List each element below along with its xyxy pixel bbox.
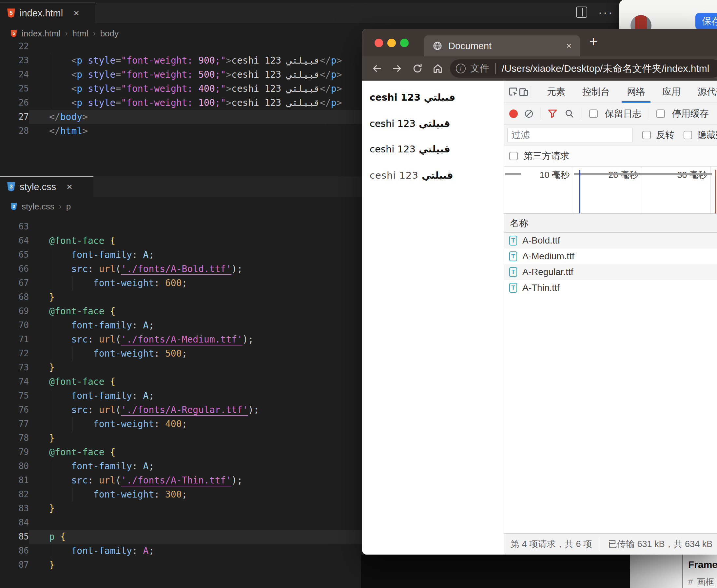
breadcrumb-style-css[interactable]: 3style.css›p [10,200,71,213]
network-timeline[interactable]: 30 毫秒20 毫秒10 毫秒 [504,167,717,214]
css3-file-icon: 3 [7,182,15,191]
devtools-tab-item[interactable]: 源代码 [689,81,717,103]
devtools-tab-item[interactable]: 控制台 [574,81,618,103]
network-toolbar: 保留日志 停用缓存 [504,103,717,125]
disable-cache-checkbox[interactable] [656,109,665,118]
request-row[interactable]: TA-Medium.ttf [504,248,717,264]
line-number: 82 [0,487,29,502]
info-icon[interactable]: i [456,64,466,74]
invert-label: 反转 [656,129,674,141]
line-number: 66 [0,262,29,276]
new-tab-button[interactable]: + [589,34,598,50]
arabic-text: قبيلتي [419,170,453,181]
more-actions-icon[interactable]: ··· [598,7,613,17]
line-number: 68 [0,290,29,304]
arabic-text: قبيلتي [416,144,450,155]
third-party-checkbox[interactable] [509,152,518,160]
devtools-tab-active[interactable]: 网络 [618,81,654,103]
css-file-icon: 3 [10,203,17,210]
line-number: 28 [0,124,29,138]
close-window-button[interactable] [375,39,383,47]
dark-strip [361,554,630,588]
breadcrumb-index-html[interactable]: 5index.html›html›body [10,27,119,40]
request-name: A-Regular.ttf [522,267,573,277]
breadcrumb-separator: › [65,29,68,38]
filter-funnel-icon[interactable] [548,109,557,119]
devtools-tabs: 元素控制台网络应用源代码 [539,81,717,103]
breadcrumb-item[interactable]: index.html [22,28,61,39]
gray-strip [630,554,682,588]
breadcrumb-item[interactable]: style.css [22,202,55,212]
close-tab-icon[interactable]: × [566,41,571,51]
line-number: 64 [0,234,29,248]
breadcrumb-separator: › [93,29,96,38]
reload-button[interactable] [407,58,428,79]
preserve-log-checkbox[interactable] [589,109,598,118]
tab-index-html[interactable]: 5 index.html × [0,3,95,23]
close-tab-icon[interactable]: × [73,7,79,19]
preserve-log-label: 保留日志 [605,107,641,120]
font-file-icon: T [509,283,517,293]
line-number: 26 [0,96,29,110]
request-row[interactable]: TA-Regular.ttf [504,264,717,280]
search-icon[interactable] [565,109,574,119]
close-tab-icon[interactable]: × [66,181,72,192]
disable-cache-label: 停用缓存 [672,107,709,120]
url-path: /Users/xiaoke/Desktop/未命名文件夹/index.html [502,62,710,76]
devtools-tabbar: 元素控制台网络应用源代码 [504,81,717,103]
home-button[interactable] [428,58,448,79]
breadcrumb-item[interactable]: p [66,202,71,212]
split-editor-icon[interactable] [576,6,587,18]
browser-window: Document × + i 文件 /Users/xiaoke/Desk [362,29,717,554]
line-number: 76 [0,403,29,417]
line-number: 85 [0,530,29,544]
request-name: A-Bold.ttf [522,235,560,246]
browser-content: ceshi 123 قبيلتيceshi 123 قبيلتيceshi 12… [362,81,717,554]
request-row[interactable]: TA-Bold.ttf [504,233,717,248]
record-network-log-icon[interactable] [509,109,518,118]
forward-button[interactable] [387,58,407,79]
browser-tab-document[interactable]: Document × [424,36,580,56]
filter-input[interactable] [507,128,632,142]
requests-table-header[interactable]: 名称 [504,214,717,233]
line-number: 72 [0,346,29,360]
hide-data-urls-checkbox[interactable] [683,131,692,139]
browser-tab-title: Document [448,41,491,51]
request-row[interactable]: TA-Thin.ttf [504,280,717,296]
devtools-tab-item[interactable]: 应用 [654,81,689,103]
editor-actions: ··· [576,6,613,18]
line-number: 25 [0,82,29,96]
tab-style-css[interactable]: 3 style.css × [0,176,93,197]
breadcrumb-separator: › [59,202,62,211]
clear-network-log-icon[interactable] [525,110,533,118]
html5-file-icon: 5 [7,8,15,18]
line-number: 84 [0,516,29,530]
save-button[interactable]: 保存 [695,13,717,29]
line-number: 69 [0,304,29,318]
back-button[interactable] [367,58,387,79]
devtools-statusbar: 第 4 项请求，共 6 项 已传输 631 kB，共 634 kB [504,533,717,554]
invert-checkbox[interactable] [642,131,651,139]
breadcrumb-item[interactable]: html [72,28,88,39]
devtools-tab-item[interactable]: 元素 [539,81,574,103]
separator [600,538,600,550]
filter-row: 反转 隐藏数据网址 [504,125,717,146]
inspect-element-icon[interactable] [508,85,519,99]
line-number: 24 [0,67,29,82]
breadcrumb-item[interactable]: body [100,28,119,39]
line-number: 73 [0,360,29,375]
window-controls [375,39,409,47]
zoom-window-button[interactable] [400,39,409,47]
third-party-label: 第三方请求 [524,150,570,162]
browser-toolbar: i 文件 /Users/xiaoke/Desktop/未命名文件夹/index.… [362,56,717,81]
font-file-icon: T [509,251,517,261]
url-bar[interactable]: i 文件 /Users/xiaoke/Desktop/未命名文件夹/index.… [450,59,717,78]
minimize-window-button[interactable] [387,39,396,47]
latin-text: ceshi 123 [370,144,416,155]
separator [582,107,582,120]
line-number: 81 [0,473,29,487]
line-number: 79 [0,445,29,459]
device-toolbar-icon[interactable] [519,85,529,99]
frame-item[interactable]: # 画框 [688,576,717,588]
line-number: 86 [0,544,29,558]
